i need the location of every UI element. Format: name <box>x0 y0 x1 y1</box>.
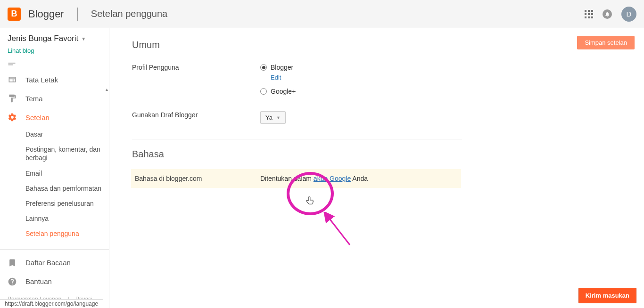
sidebar-item-label: Setelan <box>25 113 50 122</box>
sidebar-item-label: Tata Letak <box>25 76 58 84</box>
sidebar-item-help[interactable]: Bantuan <box>0 272 109 291</box>
blog-selector[interactable]: Jenis Bunga Favorit ▼ <box>0 28 109 45</box>
sidebar-item-reading-list[interactable]: Daftar Bacaan <box>0 253 109 272</box>
svg-rect-1 <box>8 65 14 65</box>
header-left: B Blogger Setelan pengguna <box>8 8 167 21</box>
edit-profile-link[interactable]: Edit <box>271 74 462 81</box>
avatar[interactable]: D <box>621 7 636 22</box>
header-divider <box>77 8 78 21</box>
header: B Blogger Setelan pengguna D <box>0 0 644 28</box>
radio-icon <box>260 64 267 71</box>
setting-row-draft: Gunakan Draf Blogger Ya ▼ <box>132 107 462 128</box>
sub-item-basic[interactable]: Dasar <box>25 127 109 142</box>
setting-row-profile: Profil Pengguna Blogger Edit Google+ <box>132 60 462 102</box>
radio-googleplus[interactable]: Google+ <box>260 88 462 95</box>
chevron-down-icon: ▼ <box>276 115 281 120</box>
sub-item-search[interactable]: Preferensi penelusuran <box>25 196 109 211</box>
blogger-logo-icon[interactable]: B <box>8 8 21 21</box>
layout-icon <box>8 75 17 84</box>
setting-row-language: Bahasa di blogger.com Ditentukan dalam a… <box>131 169 461 188</box>
svg-rect-0 <box>8 63 16 64</box>
draft-dropdown[interactable]: Ya ▼ <box>260 111 286 124</box>
status-bar-url: https://draft.blogger.com/go/language <box>0 299 103 308</box>
send-feedback-button[interactable]: Kirim masukan <box>578 288 636 303</box>
radio-blogger[interactable]: Blogger <box>260 64 462 71</box>
main-content: Simpan setelan Umum Profil Pengguna Blog… <box>109 28 644 308</box>
section-general: Umum Profil Pengguna Blogger Edit Google… <box>132 40 462 128</box>
radio-icon <box>260 88 267 95</box>
sidebar-item-settings[interactable]: Setelan <box>0 108 109 127</box>
annotation-arrow <box>322 212 355 250</box>
scroll-up-arrow-icon[interactable]: ▴ <box>106 87 108 92</box>
save-settings-button[interactable]: Simpan setelan <box>577 36 635 49</box>
cursor-pointer-icon <box>306 196 314 207</box>
bookmark-icon <box>8 258 17 267</box>
sub-item-posts[interactable]: Postingan, komentar, dan berbagi <box>25 142 109 165</box>
sidebar-item-label: Daftar Bacaan <box>25 259 71 267</box>
sidebar-item-label: Tema <box>25 95 43 103</box>
trimmed-nav-item <box>0 59 109 70</box>
section-language: Bahasa Bahasa di blogger.com Ditentukan … <box>132 149 462 188</box>
view-blog-link[interactable]: Lihat blog <box>0 45 109 59</box>
sub-item-email[interactable]: Email <box>25 166 109 181</box>
google-account-link[interactable]: akun Google <box>314 175 351 182</box>
sidebar: Jenis Bunga Favorit ▼ Lihat blog ▴ Tata … <box>0 28 109 308</box>
chevron-down-icon: ▼ <box>81 36 86 41</box>
dropdown-value: Ya <box>265 114 272 121</box>
apps-grid-icon[interactable] <box>585 10 593 18</box>
brand-name: Blogger <box>28 8 64 20</box>
blog-name: Jenis Bunga Favorit <box>8 34 78 43</box>
svg-line-2 <box>329 218 350 245</box>
sidebar-item-theme[interactable]: Tema <box>0 89 109 108</box>
sidebar-item-label: Bantuan <box>25 277 52 285</box>
section-title-general: Umum <box>132 40 462 50</box>
sub-item-language[interactable]: Bahasa dan pemformatan <box>25 181 109 196</box>
help-icon <box>8 277 17 286</box>
sub-item-other[interactable]: Lainnya <box>25 211 109 226</box>
theme-icon <box>8 94 17 103</box>
sidebar-item-layout[interactable]: Tata Letak <box>0 70 109 89</box>
gear-icon <box>8 113 17 122</box>
label-draft: Gunakan Draf Blogger <box>132 111 260 124</box>
section-divider <box>132 139 462 139</box>
radio-label: Google+ <box>271 88 296 95</box>
settings-sub-items: Dasar Postingan, komentar, dan berbagi E… <box>0 127 109 242</box>
label-profile: Profil Pengguna <box>132 64 260 98</box>
radio-label: Blogger <box>271 64 293 71</box>
label-language: Bahasa di blogger.com <box>135 175 260 182</box>
header-right: D <box>585 7 636 22</box>
language-value: Ditentukan dalam akun Google Anda <box>260 175 461 182</box>
section-title-language: Bahasa <box>132 149 462 160</box>
page-title: Setelan pengguna <box>91 8 167 19</box>
sub-item-user-settings[interactable]: Setelan pengguna <box>25 226 109 241</box>
notifications-icon[interactable] <box>603 9 612 19</box>
